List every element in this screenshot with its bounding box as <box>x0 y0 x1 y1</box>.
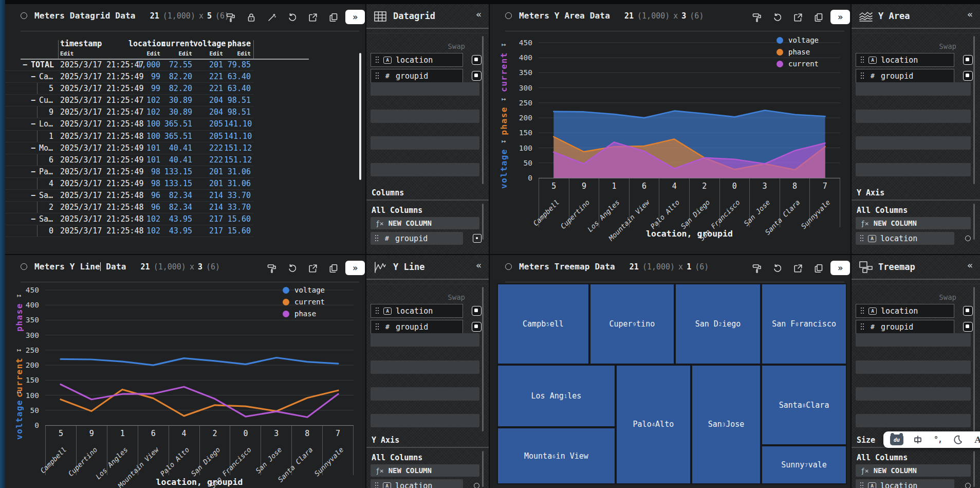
panel-scrollbar[interactable] <box>973 36 975 184</box>
drag-target-circle[interactable] <box>965 236 971 241</box>
table-row[interactable]: 52025/3/17 21:25:499982.2022163.40 <box>5 83 254 95</box>
cell-location[interactable]: 102 <box>128 226 160 236</box>
moon-icon[interactable] <box>952 434 964 445</box>
cell-voltage[interactable]: 221 <box>193 84 223 93</box>
paint-roller-icon[interactable] <box>266 263 277 274</box>
cell-current[interactable]: 72.55 <box>161 60 192 69</box>
table-row[interactable]: −Cu…2025/3/17 21:25:4710230.8920498.51 <box>5 95 254 106</box>
cell-voltage[interactable]: 201 <box>193 60 223 69</box>
open-external-icon[interactable] <box>792 12 803 23</box>
drag-handle-icon[interactable] <box>375 73 379 79</box>
empty-drop-slot[interactable] <box>371 360 479 374</box>
cell-location[interactable]: 99 <box>128 84 160 93</box>
empty-drop-slot[interactable] <box>371 333 479 347</box>
cell-location[interactable]: 102 <box>128 107 160 117</box>
cell-current[interactable]: 82.34 <box>161 191 192 200</box>
cell-location[interactable]: 100 <box>128 119 160 129</box>
cell-voltage[interactable]: 217 <box>193 226 223 236</box>
new-column-button[interactable]: ƒ×NEW COLUMN <box>371 464 479 477</box>
cell-current[interactable]: 365.51 <box>161 132 192 141</box>
swap-checkbox[interactable] <box>472 306 482 316</box>
swap-checkbox[interactable] <box>472 71 482 81</box>
paint-roller-icon[interactable] <box>751 263 762 274</box>
cell-location[interactable]: 102 <box>128 214 160 224</box>
cell-phase[interactable]: 98.51 <box>224 96 251 105</box>
table-row[interactable]: 62025/3/17 21:25:4910140.41222151.12 <box>5 154 254 166</box>
open-external-icon[interactable] <box>307 263 318 274</box>
treemap-cell[interactable]: Cuper9tino <box>589 283 675 365</box>
table-row[interactable]: 42025/3/17 21:25:4998133.1520131.06 <box>5 178 254 190</box>
drag-target-circle[interactable] <box>474 483 479 488</box>
col-header-current[interactable]: current <box>161 39 192 48</box>
collapse-toggle[interactable]: − <box>31 214 35 224</box>
cell-phase[interactable]: 79.85 <box>224 60 251 69</box>
cell-phase[interactable]: 31.06 <box>224 179 251 188</box>
field-location[interactable]: Alocation <box>371 304 463 318</box>
empty-drop-slot[interactable] <box>371 163 479 176</box>
legend-item[interactable]: voltage <box>776 36 819 44</box>
expand-panel-button[interactable]: » <box>830 261 850 275</box>
cell-current[interactable]: 133.15 <box>161 179 192 188</box>
panel-scrollbar[interactable] <box>482 36 484 184</box>
panel-scrollbar[interactable] <box>482 287 484 431</box>
copy-icon[interactable] <box>813 12 824 23</box>
browser-extension-toolbar[interactable]: du°,A <box>883 431 980 448</box>
treemap-cell[interactable]: Santa8Clara <box>761 365 847 445</box>
drag-handle-icon[interactable] <box>375 482 379 488</box>
panel-scrollbar[interactable] <box>482 451 484 487</box>
cell-voltage[interactable]: 214 <box>193 191 223 200</box>
cell-voltage[interactable]: 204 <box>193 107 223 117</box>
dots-icon[interactable]: °, <box>932 434 944 445</box>
treemap-cell[interactable]: Sunny7vale <box>761 445 847 484</box>
drag-handle-icon[interactable] <box>375 235 379 242</box>
cell-location[interactable]: 101 <box>128 143 160 153</box>
cell-voltage[interactable]: 217 <box>193 214 223 224</box>
cell-location[interactable]: 96 <box>128 191 160 200</box>
cell-voltage[interactable]: 201 <box>193 179 223 188</box>
empty-drop-slot[interactable] <box>371 414 479 427</box>
swap-checkbox[interactable] <box>472 55 482 65</box>
legend-item[interactable]: current <box>283 298 325 306</box>
cell-voltage[interactable]: 201 <box>193 167 223 176</box>
drag-handle-icon[interactable] <box>860 482 864 488</box>
edit-label[interactable]: Edit <box>60 50 74 57</box>
cell-current[interactable]: 40.41 <box>161 155 192 165</box>
table-row[interactable]: −TOTAL2025/3/17 21:25:471,00072.5520179.… <box>5 59 254 71</box>
cell-current[interactable]: 43.95 <box>161 214 192 224</box>
cell-voltage[interactable]: 222 <box>193 155 223 165</box>
paint-roller-icon[interactable] <box>225 12 236 23</box>
empty-drop-slot[interactable] <box>856 136 971 150</box>
treemap-cell[interactable]: Mounta6in View <box>497 427 616 484</box>
collapse-panel-button[interactable]: « <box>967 9 973 20</box>
treemap-cell[interactable]: Campb5ell <box>497 283 589 365</box>
collapse-panel-button[interactable]: « <box>476 9 482 20</box>
node-circle-icon[interactable] <box>505 12 512 19</box>
field-groupid[interactable]: #groupid <box>856 320 954 334</box>
cell-current[interactable]: 40.41 <box>161 143 192 153</box>
drag-handle-icon[interactable] <box>860 323 864 330</box>
table-row[interactable]: 12025/3/17 21:25:48100365.51205141.10 <box>5 131 254 142</box>
cell-phase[interactable]: 63.40 <box>224 72 251 81</box>
edit-label[interactable]: Edit <box>161 50 192 57</box>
cell-phase[interactable]: 98.51 <box>224 107 251 117</box>
empty-drop-slot[interactable] <box>371 387 479 401</box>
cell-current[interactable]: 82.34 <box>161 203 192 212</box>
empty-drop-slot[interactable] <box>371 136 479 150</box>
copy-icon[interactable] <box>328 12 339 23</box>
drag-handle-icon[interactable] <box>375 308 379 314</box>
collapse-panel-button[interactable]: « <box>967 260 973 270</box>
cell-location[interactable]: 101 <box>128 155 160 165</box>
cell-location[interactable]: 99 <box>128 72 160 81</box>
cell-phase[interactable]: 33.70 <box>224 191 251 200</box>
empty-drop-slot[interactable] <box>371 110 479 123</box>
cell-phase[interactable]: 141.10 <box>224 132 251 141</box>
cell-phase[interactable]: 33.70 <box>224 203 251 212</box>
col-header-location[interactable]: location <box>128 39 160 48</box>
legend-item[interactable]: phase <box>776 48 819 56</box>
swap-checkbox[interactable] <box>963 55 973 65</box>
lock-icon[interactable] <box>246 12 256 23</box>
undo-icon[interactable] <box>287 12 298 23</box>
panel-scrollbar[interactable] <box>973 287 975 431</box>
undo-icon[interactable] <box>772 263 783 274</box>
new-column-button[interactable]: ƒ×NEW COLUMN <box>856 464 971 477</box>
